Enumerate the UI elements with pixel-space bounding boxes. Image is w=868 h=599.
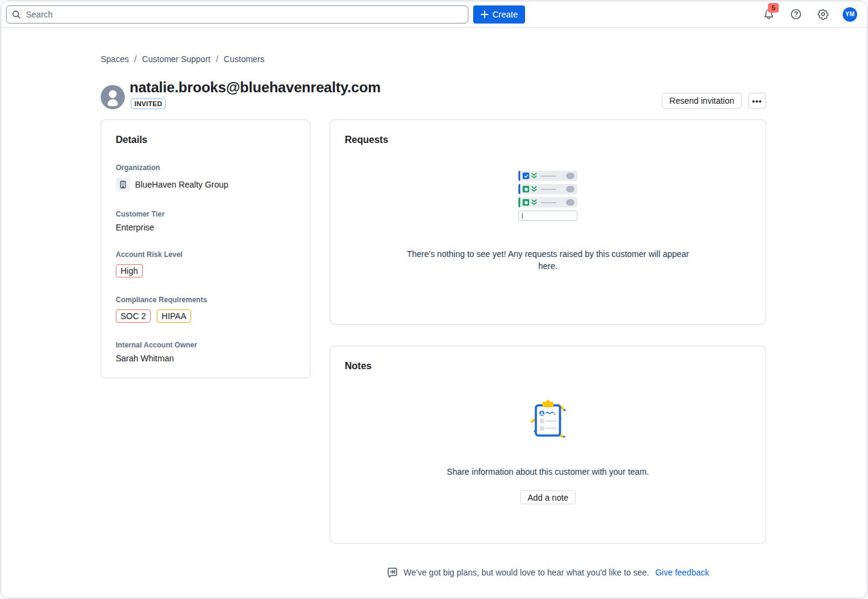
double-chevron-icon xyxy=(531,186,537,192)
field-customer-tier: Customer Tier Enterprise xyxy=(116,210,295,232)
bookmark-icon xyxy=(523,199,529,206)
field-label: Organization xyxy=(116,163,295,172)
search-input[interactable] xyxy=(6,5,468,24)
avatar-placeholder-icon xyxy=(566,173,574,179)
organization-value: BlueHaven Realty Group xyxy=(135,180,228,189)
help-icon xyxy=(790,8,802,20)
requests-empty-illustration xyxy=(518,171,577,221)
notification-count-badge: 5 xyxy=(768,3,779,13)
avatar-placeholder-icon xyxy=(566,199,574,206)
page-content: Spaces / Customer Support / Customers na… xyxy=(1,28,867,596)
field-internal-account-owner: Internal Account Owner Sarah Whitman xyxy=(116,341,295,363)
organization-value-row: BlueHaven Realty Group xyxy=(116,177,295,192)
compliance-badge-soc2: SOC 2 xyxy=(116,309,151,323)
breadcrumb: Spaces / Customer Support / Customers xyxy=(101,54,766,64)
notes-panel: Notes xyxy=(330,346,766,544)
more-icon: ••• xyxy=(752,97,763,106)
request-input-illustration xyxy=(518,211,577,221)
double-chevron-icon xyxy=(531,199,537,206)
customer-avatar xyxy=(101,85,125,109)
field-label: Internal Account Owner xyxy=(116,341,295,349)
right-column: Requests xyxy=(330,119,766,596)
give-feedback-link[interactable]: Give feedback xyxy=(655,568,709,577)
breadcrumb-item-customer-support[interactable]: Customer Support xyxy=(142,54,211,64)
topbar-actions: 5 YM xyxy=(761,7,862,22)
risk-badge-high: High xyxy=(116,264,143,277)
request-row-illustration xyxy=(518,184,577,194)
help-button[interactable] xyxy=(788,7,803,22)
field-label: Customer Tier xyxy=(116,210,295,218)
avatar-placeholder-icon xyxy=(566,186,574,192)
requests-panel: Requests xyxy=(330,119,766,325)
create-button[interactable]: Create xyxy=(473,5,525,24)
more-options-button[interactable]: ••• xyxy=(748,93,766,109)
gear-icon xyxy=(817,8,829,20)
breadcrumb-separator: / xyxy=(134,54,137,64)
field-account-risk-level: Account Risk Level High xyxy=(116,250,295,277)
field-organization: Organization BlueHaven Realty Group xyxy=(116,163,295,192)
app-window: Create 5 YM Spaces xyxy=(1,1,867,598)
feedback-bubble-icon xyxy=(387,567,398,578)
breadcrumb-separator: / xyxy=(216,54,218,64)
request-row-illustration xyxy=(518,197,577,208)
details-title: Details xyxy=(116,135,295,145)
top-navigation-bar: Create 5 YM xyxy=(1,1,867,28)
request-row-illustration xyxy=(518,171,577,181)
compliance-badges: SOC 2 HIPAA xyxy=(116,309,295,323)
title-block: natalie.brooks@bluehavenrealty.com INVIT… xyxy=(130,80,380,109)
settings-button[interactable] xyxy=(816,7,830,22)
breadcrumb-item-customers[interactable]: Customers xyxy=(224,54,265,64)
bookmark-icon xyxy=(523,186,529,192)
feedback-text: We've got big plans, but would love to h… xyxy=(404,568,649,577)
feedback-footer: We've got big plans, but would love to h… xyxy=(330,567,766,596)
main-layout: Details Organization BlueHaven Realty Gr… xyxy=(101,119,766,596)
notes-title: Notes xyxy=(345,361,751,372)
search-box xyxy=(6,5,468,24)
double-chevron-icon xyxy=(531,173,537,179)
field-compliance-requirements: Compliance Requirements SOC 2 HIPAA xyxy=(116,296,295,323)
account-owner-value: Sarah Whitman xyxy=(116,353,295,363)
field-label: Compliance Requirements xyxy=(116,296,295,304)
requests-empty-text: There's nothing to see yet! Any requests… xyxy=(403,248,693,272)
notifications-button[interactable]: 5 xyxy=(761,7,776,22)
resend-invitation-button[interactable]: Resend invitation xyxy=(662,93,742,109)
checkbox-icon xyxy=(523,173,529,179)
requests-title: Requests xyxy=(345,135,751,145)
header-actions: Resend invitation ••• xyxy=(662,93,766,109)
customer-tier-value: Enterprise xyxy=(116,223,295,232)
customer-header: natalie.brooks@bluehavenrealty.com INVIT… xyxy=(101,80,766,109)
field-label: Account Risk Level xyxy=(116,250,295,259)
status-badge-invited: INVITED xyxy=(131,98,166,109)
risk-badges: High xyxy=(116,264,295,277)
details-panel: Details Organization BlueHaven Realty Gr… xyxy=(101,119,310,378)
search-icon xyxy=(11,10,21,22)
notes-clipboard-illustration xyxy=(526,398,570,444)
compliance-badge-hipaa: HIPAA xyxy=(157,309,191,323)
building-icon xyxy=(116,177,130,192)
breadcrumb-item-spaces[interactable]: Spaces xyxy=(101,54,129,64)
user-avatar[interactable]: YM xyxy=(843,7,857,22)
notes-empty-text: Share information about this customer wi… xyxy=(447,467,649,477)
plus-icon xyxy=(480,10,489,19)
create-button-label: Create xyxy=(492,10,518,19)
page-title: natalie.brooks@bluehavenrealty.com xyxy=(130,80,380,95)
add-note-button[interactable]: Add a note xyxy=(520,490,576,504)
